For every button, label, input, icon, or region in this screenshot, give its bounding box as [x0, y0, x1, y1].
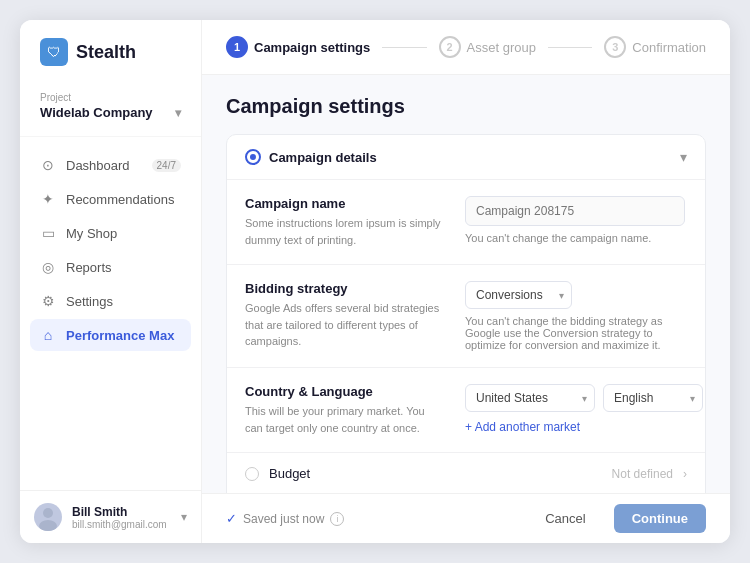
- blue-dot-icon: [245, 149, 261, 165]
- bidding-select[interactable]: Conversions: [465, 281, 572, 309]
- budget-value: Not defined: [612, 467, 673, 481]
- user-chevron-icon: ▾: [181, 510, 187, 524]
- avatar: [34, 503, 62, 531]
- sidebar-item-reports[interactable]: ◎ Reports: [30, 251, 191, 283]
- info-icon[interactable]: i: [330, 512, 344, 526]
- campaign-name-note: You can't change the campaign name.: [465, 232, 687, 244]
- sidebar-item-label: Reports: [66, 260, 112, 275]
- project-label: Project: [40, 92, 181, 103]
- sidebar-item-recommendations[interactable]: ✦ Recommendations: [30, 183, 191, 215]
- svg-point-1: [39, 520, 57, 531]
- campaign-name-label-col: Campaign name Some instructions lorem ip…: [245, 196, 445, 248]
- campaign-name-row: Campaign name Some instructions lorem ip…: [227, 180, 705, 265]
- bidding-input-col: Conversions ▾ You can't change the biddi…: [465, 281, 687, 351]
- chevron-down-icon: ▾: [175, 106, 181, 120]
- dashboard-badge: 24/7: [152, 159, 181, 172]
- project-name[interactable]: Widelab Company ▾: [40, 105, 181, 120]
- step-label-1: Campaign settings: [254, 40, 370, 55]
- myshop-icon: ▭: [40, 225, 56, 241]
- check-icon: ✓: [226, 511, 237, 526]
- bidding-note: You can't change the bidding strategy as…: [465, 315, 687, 351]
- footer-bar: ✓ Saved just now i Cancel Continue: [202, 493, 730, 543]
- country-desc: This will be your primary market. You ca…: [245, 403, 445, 436]
- step-label-2: Asset group: [467, 40, 536, 55]
- campaign-name-input-col: You can't change the campaign name.: [465, 196, 687, 248]
- sidebar-item-dashboard[interactable]: ⊙ Dashboard 24/7: [30, 149, 191, 181]
- step-circle-1: 1: [226, 36, 248, 58]
- footer-actions: Cancel Continue: [527, 504, 706, 533]
- budget-row[interactable]: Budget Not defined ›: [227, 453, 705, 493]
- step-label-3: Confirmation: [632, 40, 706, 55]
- country-select[interactable]: United States United Kingdom Canada Aust…: [465, 384, 595, 412]
- user-name: Bill Smith: [72, 505, 171, 519]
- reports-icon: ◎: [40, 259, 56, 275]
- nav-menu: ⊙ Dashboard 24/7 ✦ Recommendations ▭ My …: [20, 137, 201, 490]
- page-title: Campaign settings: [226, 95, 706, 118]
- main-content: 1 Campaign settings 2 Asset group 3 Conf…: [202, 20, 730, 543]
- step-divider-2: [548, 47, 592, 48]
- stepper: 1 Campaign settings 2 Asset group 3 Conf…: [202, 20, 730, 75]
- bidding-strategy-row: Bidding strategy Google Ads offers sever…: [227, 265, 705, 368]
- budget-radio-icon: [245, 467, 259, 481]
- campaign-name-input[interactable]: [465, 196, 685, 226]
- sidebar-item-performancemax[interactable]: ⌂ Performance Max: [30, 319, 191, 351]
- bidding-label-col: Bidding strategy Google Ads offers sever…: [245, 281, 445, 351]
- step-1: 1 Campaign settings: [226, 36, 370, 58]
- logo-icon: 🛡: [40, 38, 68, 66]
- bidding-desc: Google Ads offers several bid strategies…: [245, 300, 445, 350]
- cancel-button[interactable]: Cancel: [527, 504, 603, 533]
- project-selector[interactable]: Project Widelab Company ▾: [20, 84, 201, 137]
- campaign-name-desc: Some instructions lorem ipsum is simply …: [245, 215, 445, 248]
- country-lang-selects: United States United Kingdom Canada Aust…: [465, 384, 703, 412]
- campaign-name-label: Campaign name: [245, 196, 445, 211]
- continue-button[interactable]: Continue: [614, 504, 706, 533]
- country-language-row: Country & Language This will be your pri…: [227, 368, 705, 453]
- sidebar-item-label: Recommendations: [66, 192, 174, 207]
- saved-status: ✓ Saved just now i: [226, 511, 344, 526]
- logo-area: 🛡 Stealth: [20, 38, 201, 84]
- language-select[interactable]: English Spanish French German: [603, 384, 703, 412]
- bidding-select-wrapper: Conversions ▾: [465, 281, 572, 309]
- user-profile[interactable]: Bill Smith bill.smith@gmail.com ▾: [20, 490, 201, 543]
- country-label-col: Country & Language This will be your pri…: [245, 384, 445, 436]
- user-info: Bill Smith bill.smith@gmail.com: [72, 505, 171, 530]
- step-2: 2 Asset group: [439, 36, 536, 58]
- sidebar-item-settings[interactable]: ⚙ Settings: [30, 285, 191, 317]
- recommendations-icon: ✦: [40, 191, 56, 207]
- sidebar-item-label: My Shop: [66, 226, 117, 241]
- step-circle-3: 3: [604, 36, 626, 58]
- campaign-details-header[interactable]: Campaign details ▾: [227, 135, 705, 180]
- svg-point-0: [43, 508, 53, 518]
- add-market-button[interactable]: + Add another market: [465, 420, 703, 434]
- campaign-settings-card: Campaign details ▾ Campaign name Some in…: [226, 134, 706, 493]
- language-select-wrapper: English Spanish French German ▾: [603, 384, 703, 412]
- country-select-wrapper: United States United Kingdom Canada Aust…: [465, 384, 595, 412]
- country-label: Country & Language: [245, 384, 445, 399]
- sidebar-item-myshop[interactable]: ▭ My Shop: [30, 217, 191, 249]
- user-email: bill.smith@gmail.com: [72, 519, 171, 530]
- budget-label: Budget: [269, 466, 310, 481]
- country-input-col: United States United Kingdom Canada Aust…: [465, 384, 703, 436]
- step-divider-1: [382, 47, 426, 48]
- step-3: 3 Confirmation: [604, 36, 706, 58]
- budget-chevron-icon: ›: [683, 467, 687, 481]
- app-title: Stealth: [76, 42, 136, 63]
- section-expand-icon: ▾: [680, 149, 687, 165]
- bidding-label: Bidding strategy: [245, 281, 445, 296]
- step-circle-2: 2: [439, 36, 461, 58]
- sidebar-item-label: Settings: [66, 294, 113, 309]
- saved-text: Saved just now: [243, 512, 324, 526]
- content-body: Campaign settings Campaign details ▾ Ca: [202, 75, 730, 493]
- sidebar-item-label: Performance Max: [66, 328, 174, 343]
- sidebar-item-label: Dashboard: [66, 158, 130, 173]
- campaign-details-title: Campaign details: [245, 149, 377, 165]
- add-market-label: + Add another market: [465, 420, 580, 434]
- settings-icon: ⚙: [40, 293, 56, 309]
- sidebar: 🛡 Stealth Project Widelab Company ▾ ⊙ Da…: [20, 20, 202, 543]
- dashboard-icon: ⊙: [40, 157, 56, 173]
- budget-left: Budget: [245, 466, 310, 481]
- performancemax-icon: ⌂: [40, 327, 56, 343]
